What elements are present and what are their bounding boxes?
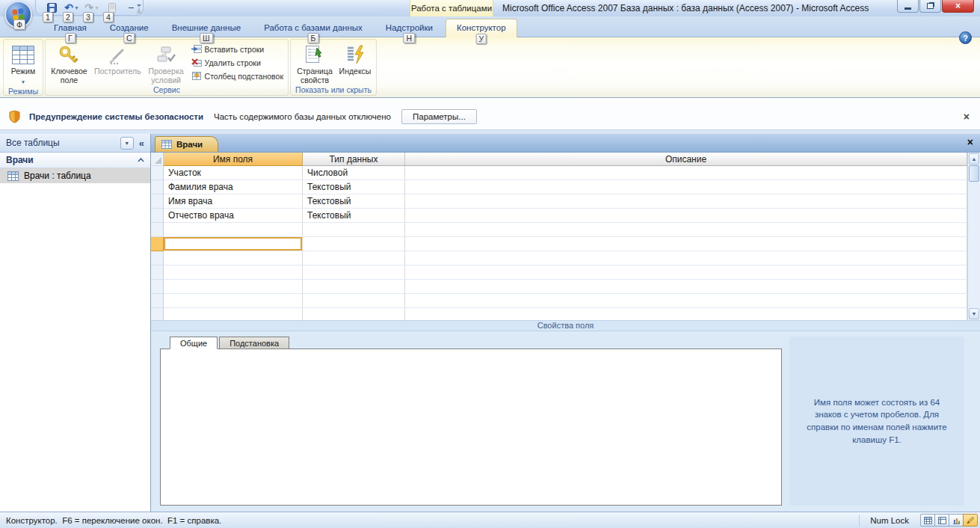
description-cell[interactable]	[405, 194, 967, 209]
row-selector[interactable]	[151, 265, 164, 280]
data-type-cell[interactable]: Текстовый	[303, 194, 405, 209]
row-selector[interactable]	[151, 194, 164, 209]
nav-group-header[interactable]: Врачи	[0, 153, 150, 168]
security-warning-title: Предупреждение системы безопасности	[29, 112, 203, 121]
nav-pane-header[interactable]: Все таблицы ▼ «	[0, 134, 150, 153]
office-button[interactable]: Ф	[4, 1, 32, 28]
insert-rows-button[interactable]: Вставить строки	[191, 44, 283, 54]
nav-item-table[interactable]: Врачи : таблица	[0, 168, 150, 183]
row-selector[interactable]	[151, 251, 164, 265]
column-header-description[interactable]: Описание	[405, 153, 967, 166]
test-validation-button-disabled: Проверка условий	[145, 40, 188, 85]
pivot-chart-view-button[interactable]	[949, 514, 964, 527]
field-properties-pane: Общие Подстановка Имя поля может состоят…	[151, 331, 980, 512]
help-button[interactable]: ?	[959, 31, 972, 44]
insert-rows-icon	[191, 44, 202, 54]
column-header-field-name[interactable]: Имя поля	[164, 153, 303, 166]
indexes-button[interactable]: Индексы	[336, 40, 374, 76]
description-cell[interactable]	[405, 166, 967, 180]
tab-external-data[interactable]: Внешние данныеШ	[161, 19, 251, 37]
datasheet-view-button[interactable]	[920, 514, 935, 527]
data-type-cell[interactable]	[303, 237, 405, 251]
builder-button-disabled: Построитель	[90, 40, 145, 76]
restore-button[interactable]	[919, 0, 941, 13]
security-close-icon[interactable]: ×	[964, 111, 971, 123]
description-cell[interactable]	[405, 209, 967, 223]
description-cell[interactable]	[405, 180, 967, 194]
row-selector-header[interactable]	[151, 153, 164, 166]
pivot-table-view-button[interactable]	[934, 514, 949, 527]
scrollbar-track[interactable]	[968, 182, 980, 307]
document-close-icon[interactable]: ×	[967, 136, 973, 148]
property-tabs: Общие Подстановка	[160, 337, 782, 349]
primary-key-button[interactable]: Ключевое поле	[48, 40, 90, 85]
close-button[interactable]: ×	[942, 0, 974, 13]
ribbon-tab-row: ГлавнаяГ СозданиеС Внешние данныеШ Работ…	[0, 16, 980, 37]
description-cell[interactable]	[405, 223, 967, 237]
validation-icon	[155, 43, 176, 67]
indexes-icon	[345, 43, 365, 67]
property-sheet-icon	[305, 43, 324, 67]
document-tab-vrachi[interactable]: Врачи	[155, 136, 218, 152]
scroll-up-button[interactable]: ▲	[969, 153, 979, 165]
save-button[interactable]: 1	[45, 1, 58, 14]
scroll-down-button[interactable]: ▼	[969, 308, 979, 319]
field-name-cell[interactable]: Фамилия врача	[164, 180, 303, 194]
tab-addins[interactable]: НадстройкиН	[375, 19, 443, 37]
redo-button-disabled: ↷▼ 3	[85, 1, 99, 14]
row-selector[interactable]	[151, 280, 164, 294]
delete-rows-button[interactable]: Удалить строки	[191, 58, 283, 67]
description-cell[interactable]	[405, 237, 967, 251]
field-name-cell[interactable]: Участок	[164, 166, 303, 180]
builder-icon	[108, 43, 127, 67]
property-sheet-button[interactable]: Страница свойств	[293, 40, 336, 85]
delete-rows-icon	[191, 58, 202, 67]
column-header-data-type[interactable]: Тип данных	[303, 153, 405, 166]
restore-icon	[927, 3, 934, 9]
document-area: Врачи × Имя поля Тип данных Описание Уча…	[151, 134, 980, 512]
field-name-cell[interactable]	[164, 223, 303, 237]
minimize-icon	[905, 7, 911, 10]
view-button[interactable]: Режим ▼	[11, 40, 35, 86]
active-row-selector[interactable]	[151, 237, 164, 251]
lookup-column-button[interactable]: Столбец подстановок	[191, 71, 283, 81]
keytip-badge: 3	[83, 12, 93, 22]
document-tab-bar: Врачи ×	[151, 134, 980, 153]
qat-customize-button[interactable]	[126, 1, 136, 14]
redo-icon: ↷	[84, 2, 93, 13]
tab-general[interactable]: Общие	[170, 337, 218, 349]
nav-pane-menu-button[interactable]: ▼	[120, 137, 134, 150]
row-selector[interactable]	[151, 166, 164, 180]
pivot-chart-icon	[952, 517, 961, 524]
tab-lookup[interactable]: Подстановка	[219, 337, 289, 349]
nav-pane-collapse-button[interactable]: «	[137, 138, 147, 149]
tab-design[interactable]: КонструкторУ	[446, 19, 517, 37]
data-type-cell[interactable]: Текстовый	[303, 209, 405, 223]
row-selector[interactable]	[151, 209, 164, 223]
empty-field-row	[151, 251, 967, 265]
data-type-cell[interactable]	[303, 223, 405, 237]
undo-icon: ↶	[64, 2, 73, 13]
undo-button[interactable]: ↶▼ 2	[65, 1, 78, 14]
property-grid-empty[interactable]	[160, 349, 782, 506]
group-label-show-hide: Показать или скрыть	[291, 85, 376, 95]
scrollbar-thumb[interactable]	[969, 165, 979, 182]
table-icon	[7, 171, 19, 181]
security-options-button[interactable]: Параметры...	[401, 109, 477, 124]
grid-scrollbar[interactable]: ▲ ▼	[967, 153, 980, 320]
minimize-button[interactable]	[897, 0, 919, 13]
row-selector[interactable]	[151, 180, 164, 194]
data-type-cell[interactable]: Текстовый	[303, 180, 405, 194]
field-name-cell[interactable]: Отчество врача	[164, 209, 303, 223]
row-selector[interactable]	[151, 294, 164, 308]
tab-database-tools[interactable]: Работа с базами данныхБ	[253, 19, 373, 37]
active-field-name-cell[interactable]	[164, 237, 303, 251]
data-type-cell[interactable]: Числовой	[303, 166, 405, 180]
empty-field-row	[151, 308, 967, 320]
titlebar: Ф 1 ↶▼ 2 ↷▼ 3 4 Работа с таблицами	[0, 0, 980, 16]
design-view-button[interactable]	[963, 514, 978, 527]
row-selector[interactable]	[151, 308, 164, 320]
more-icon	[129, 7, 134, 8]
row-selector[interactable]	[151, 223, 164, 237]
field-name-cell[interactable]: Имя врача	[164, 194, 303, 209]
